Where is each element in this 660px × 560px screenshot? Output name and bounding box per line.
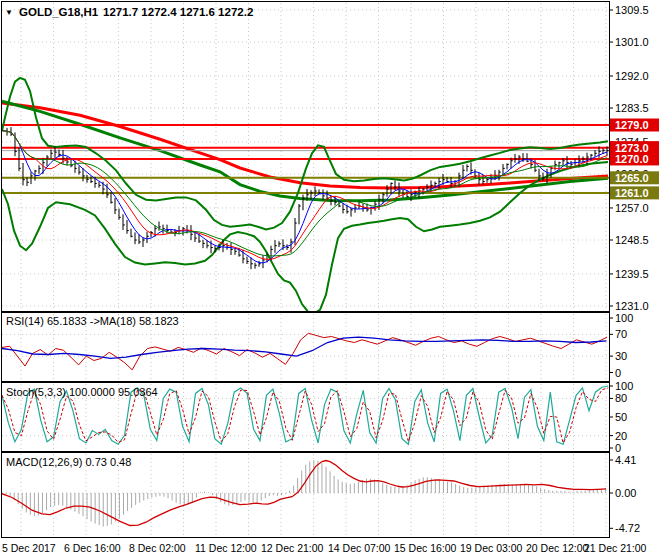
price-axis[interactable]: 1309.51301.01292.01283.51274.51266.01257… (609, 4, 659, 534)
macd-tick-label: 4.41 (615, 454, 636, 466)
stoch-indicator-label: Stoch(5,3,3) 100.0000 95.0364 (6, 386, 158, 398)
rsi-line (2, 333, 607, 370)
rsi-tick-label: 0 (615, 367, 621, 379)
trading-terminal-chart: 1309.51301.01292.01283.51274.51266.01257… (0, 0, 660, 560)
time-axis[interactable]: 5 Dec 20176 Dec 16:008 Dec 02:0011 Dec 1… (2, 542, 647, 554)
stoch-tick-label: 100 (615, 380, 633, 392)
rsi-tick-label: 30 (615, 350, 627, 362)
rsi-tick-label: 70 (615, 328, 627, 340)
date-axis-label: 21 Dec 21:00 (584, 542, 647, 554)
price-tick-label: 1257.0 (615, 202, 649, 214)
stoch-tick-label: 80 (615, 392, 627, 404)
rsi-indicator-label: RSI(14) 65.1833 ->MA(18) 58.1823 (6, 315, 179, 327)
price-tick-label: 1239.5 (615, 268, 649, 280)
price-level-badge-text: 1273.0 (615, 142, 649, 154)
macd-signal-line (2, 461, 606, 526)
bollinger-upper-band (2, 78, 608, 230)
price-level-badge-text: 1279.0 (615, 119, 649, 131)
chart-ohlc-values: 1271.7 1272.4 1271.6 1272.2 (103, 6, 253, 18)
price-tick-label: 1231.0 (615, 300, 649, 312)
price-tick-label: 1248.5 (615, 234, 649, 246)
macd-tick-label: -4.72 (615, 522, 640, 534)
stoch-tick-label: 20 (615, 430, 627, 442)
macd-panel[interactable] (2, 460, 609, 527)
price-tick-label: 1283.5 (615, 102, 649, 114)
rsi-tick-label: 100 (615, 312, 633, 324)
macd-tick-label: 0.00 (615, 487, 636, 499)
rsi-ma-line (2, 337, 607, 358)
chart-canvas[interactable]: 1309.51301.01292.01283.51274.51266.01257… (0, 0, 660, 560)
price-level-badge-text: 1261.0 (615, 187, 649, 199)
price-level-badge-text: 1265.0 (615, 172, 649, 184)
date-axis-label: 19 Dec 03:00 (460, 542, 523, 554)
stoch-tick-label: 50 (615, 411, 627, 423)
price-tick-label: 1309.5 (615, 4, 649, 16)
main-panel-border (2, 2, 610, 312)
main-price-panel[interactable] (2, 10, 609, 314)
ma-slow-red-line (2, 103, 608, 188)
price-tick-label: 1301.0 (615, 36, 649, 48)
date-axis-label: 15 Dec 16:00 (394, 542, 457, 554)
chart-symbol-title: GOLD_G18,H1 (19, 6, 99, 18)
date-axis-label: 11 Dec 12:00 (195, 542, 257, 554)
stoch-tick-label: 0 (615, 442, 621, 454)
date-axis-label: 20 Dec 12:00 (526, 542, 589, 554)
rsi-panel[interactable] (2, 333, 609, 370)
price-tick-label: 1292.0 (615, 70, 649, 82)
date-axis-label: 14 Dec 07:00 (328, 542, 391, 554)
date-axis-label: 6 Dec 16:00 (64, 542, 121, 554)
date-axis-label: 8 Dec 02:00 (129, 542, 186, 554)
symbol-dropdown-icon[interactable]: ▼ (5, 8, 13, 17)
macd-indicator-label: MACD(12,26,9) 0.73 0.48 (6, 456, 131, 468)
price-level-badge-text: 1270.0 (615, 153, 649, 165)
date-axis-label: 12 Dec 21:00 (261, 542, 324, 554)
date-axis-label: 5 Dec 2017 (2, 542, 56, 554)
